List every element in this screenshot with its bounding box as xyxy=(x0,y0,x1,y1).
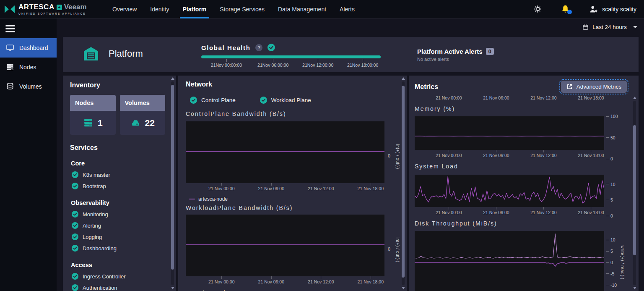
nav-tab-alerts[interactable]: Alerts xyxy=(333,0,361,18)
time-range-selector[interactable]: Last 24 hours xyxy=(582,24,637,30)
y-axis-label: write(+) / read(-) xyxy=(620,246,625,280)
check-circle-icon xyxy=(190,97,197,104)
metrics-title: Metrics xyxy=(415,83,438,91)
service-item: K8s master xyxy=(70,171,165,178)
scroll-down-arrow[interactable] xyxy=(171,287,174,289)
y-tick: 10 xyxy=(606,237,615,242)
check-circle-icon xyxy=(260,97,267,104)
nodes-card[interactable]: Nodes 1 xyxy=(70,95,116,135)
service-item: Dashboarding xyxy=(70,245,165,252)
scrollbar-thumb[interactable] xyxy=(633,125,636,255)
inventory-scrollbar[interactable] xyxy=(170,77,175,289)
scrollbar-thumb[interactable] xyxy=(402,86,405,278)
nav-tab-platform[interactable]: Platform xyxy=(176,0,213,18)
x-axis-labels: 21 Nov 00:0021 Nov 06:00 21 Nov 12:0021 … xyxy=(186,279,384,285)
check-circle-icon xyxy=(72,284,78,291)
services-title: Services xyxy=(70,144,165,152)
nav-tab-overview[interactable]: Overview xyxy=(106,0,143,18)
notifications-bell-icon[interactable] xyxy=(561,5,570,13)
dashboard-monitor-icon xyxy=(6,44,14,52)
scroll-down-arrow[interactable] xyxy=(402,287,405,289)
control-plane-status: Control Plane xyxy=(190,97,236,104)
workloadplane-chart-title: WorkloadPlane Bandwidth (B/s) xyxy=(186,204,407,211)
user-gear-icon xyxy=(589,5,598,13)
service-label: Bootstrap xyxy=(83,183,106,189)
help-icon[interactable]: ? xyxy=(255,44,262,51)
nav-tab-identity[interactable]: Identity xyxy=(143,0,176,18)
platform-header: Platform Global Health ? 21Nov 00:00:00 … xyxy=(63,37,639,72)
left-sidebar: Dashboard Nodes Volumes xyxy=(0,18,57,291)
legend-label: artesca-node xyxy=(198,289,228,291)
volumes-card[interactable]: Volumes 22 xyxy=(120,95,166,135)
y-tick: 100 xyxy=(606,114,618,119)
network-title: Network xyxy=(186,81,407,88)
scrollbar-thumb[interactable] xyxy=(171,85,174,270)
service-item: Monitoring xyxy=(70,211,165,218)
y-axis-label: in(+) / out(-) xyxy=(395,144,400,169)
check-circle-icon xyxy=(72,273,78,280)
system-load-chart-title: System Load xyxy=(415,163,639,170)
time-range-bar: Last 24 hours xyxy=(57,18,644,35)
check-circle-icon xyxy=(72,222,78,229)
sidebar-item-volumes[interactable]: Volumes xyxy=(0,77,57,96)
alerts-subtext: No active alerts xyxy=(417,57,494,62)
check-circle-icon xyxy=(72,245,78,252)
plus-icon: + xyxy=(57,5,62,10)
memory-chart[interactable] xyxy=(415,116,604,150)
platform-warehouse-icon xyxy=(82,45,100,62)
volumes-card-label: Volumes xyxy=(120,95,166,111)
service-item: Logging xyxy=(70,233,165,240)
volumes-count: 22 xyxy=(145,118,155,128)
network-scrollbar[interactable] xyxy=(401,77,405,289)
volumes-database-icon xyxy=(6,82,14,91)
disk-throughput-chart[interactable] xyxy=(415,231,604,291)
disk-throughput-chart-title: Disk Throughput (MiB/s) xyxy=(415,220,639,227)
system-load-chart[interactable] xyxy=(415,175,604,207)
nav-tab-storage-services[interactable]: Storage Services xyxy=(213,0,271,18)
advanced-metrics-button[interactable]: Advanced Metrics xyxy=(561,81,627,93)
workload-plane-status: Workload Plane xyxy=(260,97,311,104)
legend-artesca-node[interactable]: artesca-node xyxy=(189,196,407,202)
y-tick: 0 xyxy=(606,260,613,265)
sidebar-item-dashboard[interactable]: Dashboard xyxy=(0,38,57,58)
scroll-up-arrow[interactable] xyxy=(171,77,174,80)
user-name: scality scality xyxy=(602,6,636,13)
check-circle-icon xyxy=(72,233,78,240)
metrics-scrollbar[interactable] xyxy=(632,97,637,289)
scroll-up-arrow[interactable] xyxy=(402,77,405,80)
page-title: Platform xyxy=(109,48,143,59)
memory-chart-title: Memory (%) xyxy=(415,105,639,112)
global-health: Global Health ? 21Nov 00:00:00 21Nov 06:… xyxy=(201,44,381,68)
health-tick-label: 21Nov 12:00:00 xyxy=(302,63,333,68)
controlplane-bandwidth-chart[interactable] xyxy=(186,121,384,183)
nodes-servers-icon xyxy=(6,63,14,71)
brand-tagline: UNIFIED SOFTWARE APPLIANCE xyxy=(18,12,87,15)
y-axis-label: in(+) / out(-) xyxy=(395,237,400,262)
scroll-down-arrow[interactable] xyxy=(633,287,636,289)
sidebar-item-nodes[interactable]: Nodes xyxy=(0,58,57,77)
y-tick: -10 xyxy=(606,283,617,288)
global-health-axis: 21Nov 00:00:00 21Nov 06:00:00 21Nov 12:0… xyxy=(201,59,381,68)
health-tick-label: 21Nov 06:00:00 xyxy=(257,63,288,68)
nodes-card-label: Nodes xyxy=(70,95,116,111)
service-item: Authentication xyxy=(70,284,165,291)
user-menu[interactable]: scality scality xyxy=(589,5,636,13)
nav-tab-data-management[interactable]: Data Management xyxy=(271,0,333,18)
service-label: Ingress Controller xyxy=(83,273,126,280)
service-label: Dashboarding xyxy=(83,245,117,252)
scroll-up-arrow[interactable] xyxy=(633,97,636,99)
y-tick: 5 xyxy=(606,197,613,202)
legend-artesca-node[interactable]: artesca-node xyxy=(189,289,407,291)
workloadplane-bandwidth-chart[interactable] xyxy=(186,215,384,276)
service-item: Alerting xyxy=(70,222,165,229)
inventory-panel: Inventory Nodes 1 Volumes xyxy=(63,76,176,291)
settings-gear-icon[interactable] xyxy=(534,5,542,13)
y-tick: 5 xyxy=(606,249,613,254)
top-navigation-bar: ARTESCA + Veeam UNIFIED SOFTWARE APPLIAN… xyxy=(0,0,644,18)
group-title: Access xyxy=(71,262,165,268)
scality-logo-icon xyxy=(4,5,15,13)
artesca-veeam-logo[interactable]: ARTESCA + Veeam UNIFIED SOFTWARE APPLIAN… xyxy=(4,3,96,15)
platform-active-alerts: Platform Active Alerts 0 No active alert… xyxy=(417,48,494,62)
group-title: Observability xyxy=(71,199,165,206)
hamburger-menu-icon[interactable] xyxy=(5,25,15,32)
